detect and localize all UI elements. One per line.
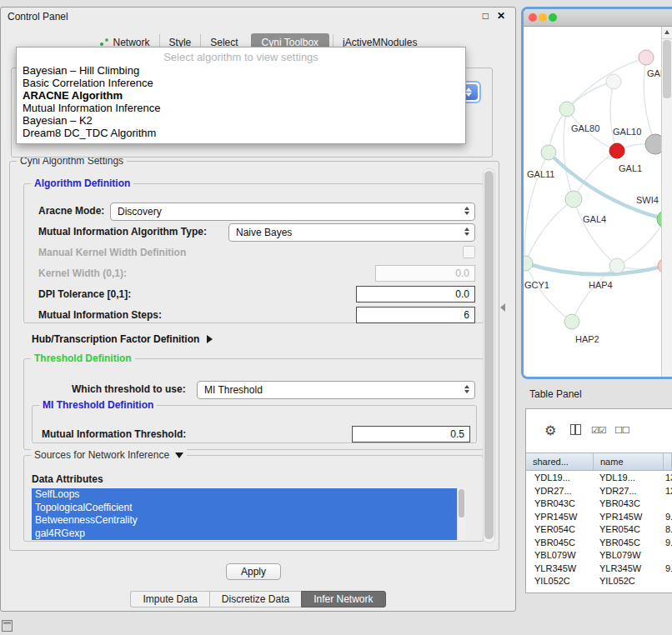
node-gcy1[interactable] (524, 256, 533, 271)
menu-item-basic-correlation-inference[interactable]: Basic Correlation Inference (17, 77, 465, 89)
kernel-width-field[interactable] (375, 265, 475, 282)
settings-scrollbar[interactable] (483, 168, 495, 543)
deselect-all-icon[interactable]: ☐☐ (614, 424, 629, 436)
table-row[interactable]: YDL19...YDL19...13 (526, 472, 672, 485)
node-label-gal11: GAL11 (527, 169, 554, 179)
table-row[interactable]: YPR145WYPR145W9. (526, 511, 672, 524)
node-label-gal10: GAL10 (613, 127, 641, 137)
apply-button[interactable]: Apply (226, 563, 281, 580)
list-item[interactable]: TopologicalCoefficient (32, 502, 457, 515)
cell-extra (664, 575, 672, 588)
cell-extra: 9. (664, 537, 672, 550)
network-scrollbar[interactable] (661, 27, 672, 377)
column-visibility-icon[interactable] (570, 424, 581, 435)
list-item[interactable]: gal4RGexp (32, 528, 457, 541)
aracne-mode-value: Discovery (118, 206, 162, 218)
network-edge[interactable] (549, 152, 661, 219)
scrollbar-thumb[interactable] (663, 40, 671, 98)
aracne-mode-select[interactable]: Discovery (110, 202, 475, 221)
cell-extra: 9. (664, 562, 672, 576)
mi-algorithm-type-value: Naive Bayes (236, 227, 292, 238)
node-gal10[interactable] (645, 134, 661, 154)
cell-shared-name: YDR27... (526, 485, 594, 498)
network-edge[interactable] (525, 199, 574, 263)
zoom-button[interactable] (549, 13, 557, 22)
data-attributes-label: Data Attributes (32, 473, 103, 485)
select-all-icon[interactable]: ☑☑ (591, 424, 606, 436)
restore-panel-icon[interactable] (2, 620, 13, 632)
table-row[interactable]: YBL079WYBL079W (526, 549, 672, 562)
which-threshold-select[interactable]: MI Threshold (197, 381, 475, 399)
minimize-button[interactable] (539, 13, 547, 22)
float-window-icon[interactable]: □ (483, 10, 489, 22)
column-header-shared-name[interactable]: shared... (526, 453, 594, 470)
list-item[interactable]: SelfLoops (32, 488, 457, 502)
dpi-tolerance-field[interactable] (356, 286, 475, 302)
table-row[interactable]: YER054CYER054C8. (526, 523, 672, 537)
cell-name: YIL052C (594, 575, 664, 588)
cell-extra: 12 (664, 485, 672, 498)
menu-item-mutual-information-inference[interactable]: Mutual Information Inference (17, 102, 465, 114)
cell-extra: 9. (664, 511, 672, 524)
close-panel-icon[interactable]: ✕ (497, 10, 505, 22)
table-row[interactable]: YDR27...YDR27...12 (526, 485, 672, 498)
mi-steps-label: Mutual Information Steps: (38, 309, 162, 321)
dropdown-placeholder: Select algorithm to view settings (17, 50, 465, 64)
settings-gear-icon[interactable]: ⚙ (544, 424, 556, 438)
which-threshold-label: Which threshold to use: (72, 383, 186, 395)
tab-impute-data[interactable]: Impute Data (130, 591, 208, 608)
node-hap4[interactable] (609, 258, 624, 273)
node-hap2[interactable] (564, 314, 579, 329)
cell-shared-name: YDL19... (526, 472, 594, 485)
cell-name: YDR27... (594, 485, 664, 498)
table-row[interactable]: YLR345WYLR345W9. (526, 562, 672, 576)
mi-algorithm-type-select[interactable]: Naive Bayes (228, 223, 475, 242)
splitter-collapse-icon[interactable] (500, 303, 505, 312)
tab-discretize-data[interactable]: Discretize Data (209, 591, 301, 608)
node-pink-top[interactable] (639, 50, 654, 65)
node-gal4[interactable] (565, 191, 582, 208)
network-edge[interactable] (610, 82, 617, 151)
network-edge[interactable] (574, 199, 617, 266)
cell-name: YER054C (594, 523, 664, 537)
scrollbar-thumb[interactable] (459, 489, 464, 518)
cell-shared-name: YBR043C (526, 498, 594, 511)
table-row[interactable]: YBR043CYBR043C (526, 498, 672, 511)
scroll-up-arrow-icon[interactable] (662, 27, 672, 39)
node-light[interactable] (606, 74, 621, 89)
mi-steps-field[interactable] (356, 307, 475, 323)
node-label-gal8: GAL8 (647, 68, 661, 78)
sources-group-title[interactable]: Sources for Network Inference (31, 449, 187, 461)
column-header-name[interactable]: name (594, 453, 664, 470)
mi-algorithm-type-label: Mutual Information Algorithm Type: (38, 226, 207, 238)
node-gal11[interactable] (541, 145, 556, 160)
menu-item-bayesian-hill-climbing[interactable]: Bayesian – Hill Climbing (17, 64, 465, 77)
menu-item-dream8-dc-tdc-algorithm[interactable]: Dream8 DC_TDC Algorithm (17, 127, 465, 139)
node-label-hap2: HAP2 (575, 334, 599, 344)
network-edge[interactable] (567, 82, 614, 109)
mi-threshold-field[interactable] (352, 426, 470, 442)
node-gal80[interactable] (559, 102, 574, 117)
node-gal1[interactable] (609, 143, 624, 158)
list-scrollbar[interactable] (457, 488, 465, 540)
network-canvas[interactable]: GAL8GAL80GAL10GAL1GAL11GAL4SWI4GCY1HAP4H… (524, 27, 661, 377)
bottom-tabs: Impute DataDiscretize DataInfer Network (1, 591, 515, 608)
manual-kernel-width-checkbox[interactable] (463, 246, 475, 258)
hub-definition-toggle[interactable]: Hub/Transcription Factor Definition (32, 333, 213, 345)
tab-infer-network[interactable]: Infer Network (301, 591, 385, 608)
table-row[interactable]: YIL052CYIL052C (526, 575, 672, 588)
data-attributes-list[interactable]: SelfLoopsTopologicalCoefficientBetweenne… (32, 488, 465, 540)
menu-item-bayesian-k2[interactable]: Bayesian – K2 (17, 114, 465, 127)
network-edge[interactable] (617, 219, 661, 266)
table-row[interactable]: YBR045CYBR045C9. (526, 537, 672, 550)
table-body: YDL19...YDL19...13YDR27...YDR27...12YBR0… (526, 472, 672, 592)
list-item[interactable]: BetweennessCentrality (32, 514, 457, 528)
cell-name: YDL19... (594, 472, 664, 485)
column-header-extra[interactable] (664, 453, 672, 470)
network-window-titlebar[interactable] (524, 9, 672, 27)
cell-shared-name: YIL052C (526, 575, 594, 588)
close-button[interactable] (529, 13, 537, 22)
menu-item-aracne-algorithm[interactable]: ARACNE Algorithm (17, 89, 465, 102)
scrollbar-thumb[interactable] (484, 171, 494, 539)
cell-extra: 13 (664, 472, 672, 485)
